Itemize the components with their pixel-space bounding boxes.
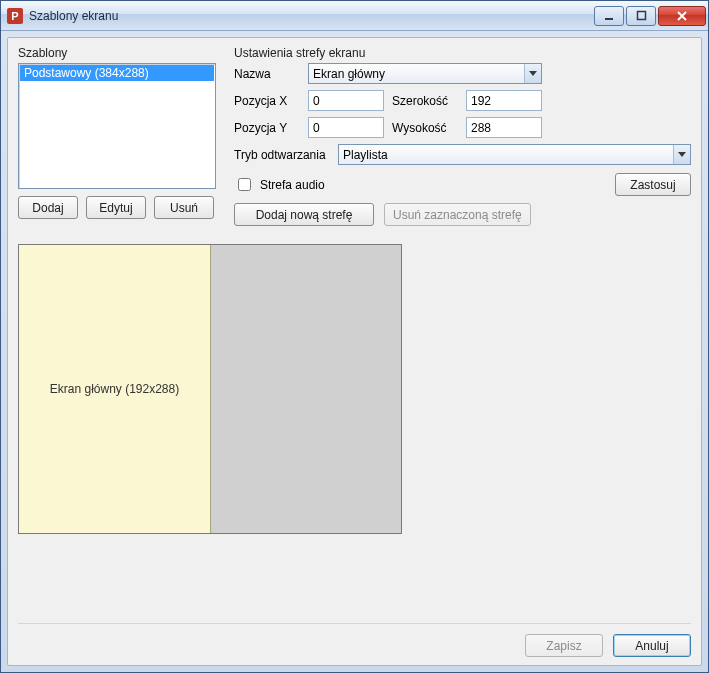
posx-input[interactable] bbox=[308, 90, 384, 111]
posy-label: Pozycja Y bbox=[234, 121, 300, 135]
add-zone-button[interactable]: Dodaj nową strefę bbox=[234, 203, 374, 226]
templates-listbox[interactable]: Podstawowy (384x288) bbox=[18, 63, 216, 189]
templates-label: Szablony bbox=[18, 46, 216, 60]
templates-pane: Szablony Podstawowy (384x288) Dodaj Edyt… bbox=[18, 46, 216, 219]
cancel-button[interactable]: Anuluj bbox=[613, 634, 691, 657]
zone-settings-label: Ustawienia strefy ekranu bbox=[234, 46, 691, 60]
width-label: Szerokość bbox=[392, 94, 458, 108]
svg-rect-0 bbox=[605, 18, 613, 20]
maximize-button[interactable] bbox=[626, 6, 656, 26]
audio-checkbox[interactable] bbox=[238, 178, 251, 191]
posy-input[interactable] bbox=[308, 117, 384, 138]
window-title: Szablony ekranu bbox=[29, 9, 592, 23]
height-label: Wysokość bbox=[392, 121, 458, 135]
chevron-down-icon[interactable] bbox=[524, 64, 541, 83]
audio-label: Strefa audio bbox=[260, 178, 325, 192]
apply-button[interactable]: Zastosuj bbox=[615, 173, 691, 196]
minimize-button[interactable] bbox=[594, 6, 624, 26]
name-combo[interactable]: Ekran główny bbox=[308, 63, 542, 84]
edit-template-button[interactable]: Edytuj bbox=[86, 196, 146, 219]
posx-label: Pozycja X bbox=[234, 94, 300, 108]
name-label: Nazwa bbox=[234, 67, 300, 81]
app-icon: P bbox=[7, 8, 23, 24]
save-button[interactable]: Zapisz bbox=[525, 634, 603, 657]
playmode-value: Playlista bbox=[339, 148, 673, 162]
zone-settings-pane: Ustawienia strefy ekranu Nazwa Ekran głó… bbox=[234, 46, 691, 226]
dialog-footer: Zapisz Anuluj bbox=[18, 623, 691, 657]
chevron-down-icon[interactable] bbox=[673, 145, 690, 164]
window-controls bbox=[592, 6, 706, 26]
playmode-label: Tryb odtwarzania bbox=[234, 148, 330, 162]
name-value: Ekran główny bbox=[309, 67, 524, 81]
width-input[interactable] bbox=[466, 90, 542, 111]
titlebar[interactable]: P Szablony ekranu bbox=[1, 1, 708, 31]
playmode-combo[interactable]: Playlista bbox=[338, 144, 691, 165]
delete-zone-button[interactable]: Usuń zaznaczoną strefę bbox=[384, 203, 531, 226]
preview-zone[interactable]: Ekran główny (192x288) bbox=[19, 245, 211, 533]
close-button[interactable] bbox=[658, 6, 706, 26]
delete-template-button[interactable]: Usuń bbox=[154, 196, 214, 219]
app-window: P Szablony ekranu Szablony Podstawowy (3… bbox=[0, 0, 709, 673]
client-area: Szablony Podstawowy (384x288) Dodaj Edyt… bbox=[7, 37, 702, 666]
preview-canvas[interactable]: Ekran główny (192x288) bbox=[18, 244, 402, 534]
preview-zone-label: Ekran główny (192x288) bbox=[50, 382, 179, 396]
list-item[interactable]: Podstawowy (384x288) bbox=[20, 65, 214, 81]
svg-rect-1 bbox=[637, 12, 645, 20]
height-input[interactable] bbox=[466, 117, 542, 138]
add-template-button[interactable]: Dodaj bbox=[18, 196, 78, 219]
